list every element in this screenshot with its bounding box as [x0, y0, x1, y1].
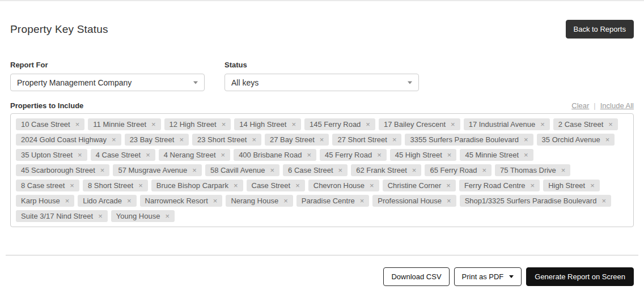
remove-tag-icon[interactable]: × [146, 151, 150, 159]
remove-tag-icon[interactable]: × [252, 136, 256, 143]
property-tag: Case Street × [247, 180, 305, 191]
remove-tag-icon[interactable]: × [307, 151, 311, 159]
property-tag-label: 35 Upton Street [21, 151, 73, 159]
property-tag: 62 Frank Street × [351, 164, 421, 176]
remove-tag-icon[interactable]: × [412, 167, 417, 174]
property-tag-label: 4 Case Street [96, 151, 141, 159]
remove-tag-icon[interactable]: × [524, 151, 528, 159]
remove-tag-icon[interactable]: × [451, 121, 455, 128]
report-for-label: Report For [10, 61, 205, 69]
download-csv-button[interactable]: Download CSV [383, 267, 449, 286]
properties-label: Properties to Include [10, 101, 83, 110]
property-tag: Suite 3/17 Nind Street × [16, 210, 108, 222]
property-tag-label: 35 Orchid Avenue [542, 136, 600, 143]
property-tag: 4 Nerang Street × [159, 149, 230, 161]
status-select[interactable]: All keys [224, 74, 419, 91]
remove-tag-icon[interactable]: × [222, 121, 226, 128]
remove-tag-icon[interactable]: × [65, 197, 70, 204]
remove-tag-icon[interactable]: × [360, 197, 365, 204]
back-to-reports-button[interactable]: Back to Reports [566, 20, 634, 39]
remove-tag-icon[interactable]: × [234, 182, 238, 189]
properties-multiselect[interactable]: 10 Case Street × 11 Minnie Street × 12 H… [10, 113, 634, 227]
property-tag-label: Professional House [378, 197, 442, 204]
remove-tag-icon[interactable]: × [370, 182, 374, 189]
remove-tag-icon[interactable]: × [165, 212, 170, 220]
generate-report-button[interactable]: Generate Report on Screen [526, 267, 634, 286]
property-tag-label: Chevron House [313, 182, 365, 189]
property-tag-label: 2 Case Street [558, 121, 604, 128]
property-tag: 27 Bay Street × [265, 134, 329, 146]
property-tag-label: 17 Industrial Avenue [469, 121, 536, 128]
remove-tag-icon[interactable]: × [70, 182, 74, 189]
remove-tag-icon[interactable]: × [270, 167, 275, 174]
property-tag-label: 45 Minnie Street [465, 151, 519, 159]
property-tag: 23 Short Street × [192, 134, 261, 146]
remove-tag-icon[interactable]: × [392, 136, 397, 143]
remove-tag-icon[interactable]: × [590, 182, 595, 189]
remove-tag-icon[interactable]: × [377, 151, 382, 159]
page-title: Property Key Status [10, 23, 108, 36]
remove-tag-icon[interactable]: × [283, 197, 288, 204]
remove-tag-icon[interactable]: × [605, 136, 610, 143]
remove-tag-icon[interactable]: × [98, 212, 103, 220]
remove-tag-icon[interactable]: × [295, 182, 300, 189]
page-header: Property Key Status Back to Reports [10, 20, 634, 39]
property-tag-label: 12 High Street [170, 121, 217, 128]
remove-tag-icon[interactable]: × [138, 182, 143, 189]
remove-tag-icon[interactable]: × [179, 136, 184, 143]
property-tag: 23 Bay Street × [125, 134, 189, 146]
property-tag-label: 45 Ferry Road [325, 151, 372, 159]
property-tag-label: 27 Short Street [337, 136, 387, 143]
include-all-link[interactable]: Include All [600, 101, 634, 110]
remove-tag-icon[interactable]: × [446, 182, 451, 189]
print-as-pdf-label: Print as PDF [462, 272, 504, 281]
property-tag: 45 High Street × [390, 149, 457, 161]
property-tag: High Street × [543, 180, 600, 191]
remove-tag-icon[interactable]: × [540, 121, 545, 128]
remove-tag-icon[interactable]: × [213, 197, 218, 204]
remove-tag-icon[interactable]: × [127, 197, 132, 204]
remove-tag-icon[interactable]: × [601, 197, 606, 204]
remove-tag-icon[interactable]: × [447, 197, 451, 204]
remove-tag-icon[interactable]: × [366, 121, 370, 128]
filters-row: Report For Property Management Company S… [10, 61, 634, 91]
report-for-filter: Report For Property Management Company [10, 61, 205, 91]
remove-tag-icon[interactable]: × [447, 151, 452, 159]
property-tag-label: 57 Musgrave Avenue [118, 167, 187, 174]
remove-tag-icon[interactable]: × [151, 121, 156, 128]
remove-tag-icon[interactable]: × [608, 121, 613, 128]
remove-tag-icon[interactable]: × [112, 136, 116, 143]
property-tag: 35 Orchid Avenue × [537, 134, 615, 146]
property-tag: 12 High Street × [164, 118, 231, 130]
print-as-pdf-button[interactable]: Print as PDF [454, 267, 522, 286]
remove-tag-icon[interactable]: × [291, 121, 296, 128]
report-for-select[interactable]: Property Management Company [10, 74, 205, 91]
property-tag: 6 Case Street × [283, 164, 348, 176]
property-tag: Bruce Bishop Carpark × [151, 180, 243, 191]
footer-divider [6, 255, 638, 255]
remove-tag-icon[interactable]: × [192, 167, 197, 174]
property-tag-label: 6 Case Street [288, 167, 333, 174]
remove-tag-icon[interactable]: × [221, 151, 226, 159]
remove-tag-icon[interactable]: × [561, 167, 566, 174]
property-tag: 8 Short Street × [83, 180, 148, 191]
remove-tag-icon[interactable]: × [531, 182, 535, 189]
property-tag-label: 62 Frank Street [356, 167, 407, 174]
property-tag-label: Ferry Road Centre [464, 182, 526, 189]
remove-tag-icon[interactable]: × [320, 136, 324, 143]
property-tag: 17 Industrial Avenue × [464, 118, 550, 130]
remove-tag-icon[interactable]: × [524, 136, 528, 143]
links-separator: | [594, 101, 595, 110]
property-tag: 27 Short Street × [332, 134, 401, 146]
property-tag: Narrowneck Resort × [140, 195, 223, 207]
remove-tag-icon[interactable]: × [482, 167, 487, 174]
remove-tag-icon[interactable]: × [78, 151, 82, 159]
remove-tag-icon[interactable]: × [338, 167, 343, 174]
remove-tag-icon[interactable]: × [75, 121, 80, 128]
property-tag: 57 Musgrave Avenue × [113, 164, 202, 176]
property-tag-label: 75 Thomas Drive [500, 167, 556, 174]
remove-tag-icon[interactable]: × [100, 167, 105, 174]
property-tag-label: 11 Minnie Street [93, 121, 146, 128]
clear-link[interactable]: Clear [571, 101, 589, 110]
report-for-selected-value: Property Management Company [17, 78, 132, 87]
